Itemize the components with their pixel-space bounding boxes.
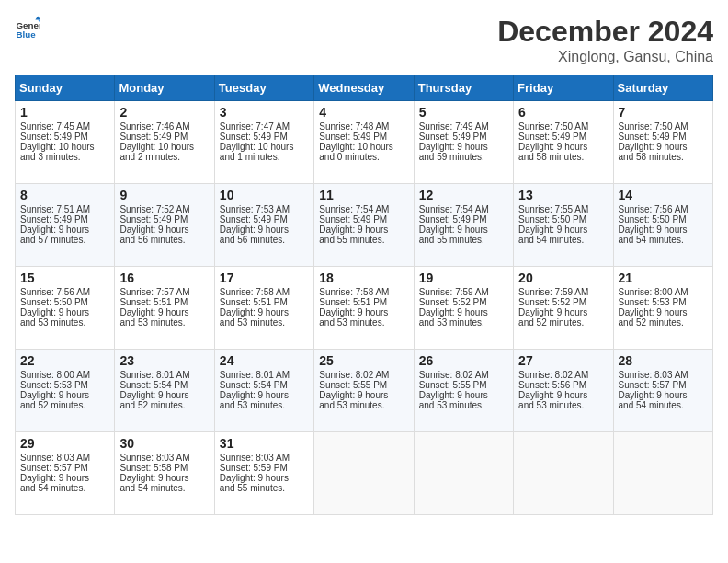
page-title: December 2024 — [497, 15, 713, 49]
calendar-cell: 21 Sunrise: 8:00 AM Sunset: 5:53 PM Dayl… — [613, 267, 712, 350]
calendar-cell: 6 Sunrise: 7:50 AM Sunset: 5:49 PM Dayli… — [514, 101, 613, 184]
calendar-cell: 1 Sunrise: 7:45 AM Sunset: 5:49 PM Dayli… — [16, 101, 115, 184]
calendar-week-row: 8 Sunrise: 7:51 AM Sunset: 5:49 PM Dayli… — [16, 184, 713, 267]
calendar-cell: 27 Sunrise: 8:02 AM Sunset: 5:56 PM Dayl… — [514, 350, 613, 432]
calendar-cell: 14 Sunrise: 7:56 AM Sunset: 5:50 PM Dayl… — [613, 184, 712, 267]
calendar-cell — [314, 432, 414, 515]
header-wednesday: Wednesday — [314, 75, 414, 101]
calendar-cell: 7 Sunrise: 7:50 AM Sunset: 5:49 PM Dayli… — [613, 101, 712, 184]
calendar-cell: 22 Sunrise: 8:00 AM Sunset: 5:53 PM Dayl… — [16, 350, 115, 432]
svg-marker-2 — [35, 16, 40, 19]
calendar-week-row: 1 Sunrise: 7:45 AM Sunset: 5:49 PM Dayli… — [16, 101, 713, 184]
calendar-week-row: 29 Sunrise: 8:03 AM Sunset: 5:57 PM Dayl… — [16, 432, 713, 515]
calendar-header-row: Sunday Monday Tuesday Wednesday Thursday… — [16, 75, 713, 101]
page-header: General Blue December 2024 Xinglong, Gan… — [15, 15, 713, 65]
calendar-cell: 24 Sunrise: 8:01 AM Sunset: 5:54 PM Dayl… — [214, 350, 313, 432]
calendar-week-row: 22 Sunrise: 8:00 AM Sunset: 5:53 PM Dayl… — [16, 350, 713, 432]
calendar-cell: 8 Sunrise: 7:51 AM Sunset: 5:49 PM Dayli… — [16, 184, 115, 267]
calendar-cell: 3 Sunrise: 7:47 AM Sunset: 5:49 PM Dayli… — [214, 101, 313, 184]
calendar-cell: 11 Sunrise: 7:54 AM Sunset: 5:49 PM Dayl… — [314, 184, 414, 267]
calendar-cell: 5 Sunrise: 7:49 AM Sunset: 5:49 PM Dayli… — [414, 101, 513, 184]
calendar-cell: 20 Sunrise: 7:59 AM Sunset: 5:52 PM Dayl… — [514, 267, 613, 350]
calendar-cell: 9 Sunrise: 7:52 AM Sunset: 5:49 PM Dayli… — [115, 184, 214, 267]
header-saturday: Saturday — [613, 75, 712, 101]
calendar-cell — [613, 432, 712, 515]
page-subtitle: Xinglong, Gansu, China — [497, 49, 713, 65]
calendar-cell: 28 Sunrise: 8:03 AM Sunset: 5:57 PM Dayl… — [613, 350, 712, 432]
calendar-cell: 2 Sunrise: 7:46 AM Sunset: 5:49 PM Dayli… — [115, 101, 214, 184]
svg-text:Blue: Blue — [16, 29, 36, 40]
calendar-cell — [414, 432, 513, 515]
header-monday: Monday — [115, 75, 214, 101]
calendar-cell: 12 Sunrise: 7:54 AM Sunset: 5:49 PM Dayl… — [414, 184, 513, 267]
calendar-table: Sunday Monday Tuesday Wednesday Thursday… — [15, 75, 713, 515]
logo-icon: General Blue — [15, 15, 40, 40]
calendar-cell: 4 Sunrise: 7:48 AM Sunset: 5:49 PM Dayli… — [314, 101, 414, 184]
calendar-cell: 15 Sunrise: 7:56 AM Sunset: 5:50 PM Dayl… — [16, 267, 115, 350]
calendar-cell: 29 Sunrise: 8:03 AM Sunset: 5:57 PM Dayl… — [16, 432, 115, 515]
calendar-cell: 30 Sunrise: 8:03 AM Sunset: 5:58 PM Dayl… — [115, 432, 214, 515]
calendar-cell: 26 Sunrise: 8:02 AM Sunset: 5:55 PM Dayl… — [414, 350, 513, 432]
calendar-cell: 10 Sunrise: 7:53 AM Sunset: 5:49 PM Dayl… — [214, 184, 313, 267]
calendar-cell: 23 Sunrise: 8:01 AM Sunset: 5:54 PM Dayl… — [115, 350, 214, 432]
calendar-cell: 31 Sunrise: 8:03 AM Sunset: 5:59 PM Dayl… — [214, 432, 313, 515]
calendar-cell: 16 Sunrise: 7:57 AM Sunset: 5:51 PM Dayl… — [115, 267, 214, 350]
calendar-cell: 18 Sunrise: 7:58 AM Sunset: 5:51 PM Dayl… — [314, 267, 414, 350]
calendar-cell: 13 Sunrise: 7:55 AM Sunset: 5:50 PM Dayl… — [514, 184, 613, 267]
logo: General Blue — [15, 15, 40, 40]
calendar-cell: 17 Sunrise: 7:58 AM Sunset: 5:51 PM Dayl… — [214, 267, 313, 350]
header-friday: Friday — [514, 75, 613, 101]
calendar-week-row: 15 Sunrise: 7:56 AM Sunset: 5:50 PM Dayl… — [16, 267, 713, 350]
header-sunday: Sunday — [16, 75, 115, 101]
title-block: December 2024 Xinglong, Gansu, China — [497, 15, 713, 65]
calendar-cell: 25 Sunrise: 8:02 AM Sunset: 5:55 PM Dayl… — [314, 350, 414, 432]
header-thursday: Thursday — [414, 75, 513, 101]
header-tuesday: Tuesday — [214, 75, 313, 101]
calendar-cell: 19 Sunrise: 7:59 AM Sunset: 5:52 PM Dayl… — [414, 267, 513, 350]
calendar-cell — [514, 432, 613, 515]
